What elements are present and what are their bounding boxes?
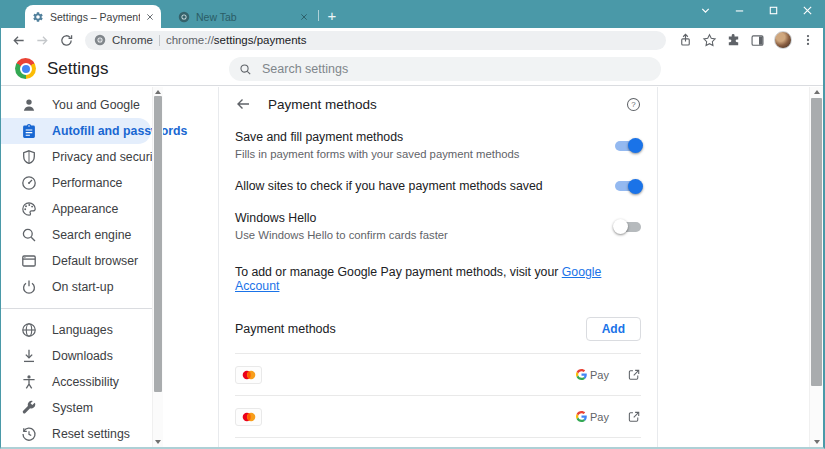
toggle-switch[interactable]	[615, 141, 641, 151]
shield-icon	[21, 149, 37, 165]
browser-toolbar: Chrome chrome://settings/payments	[1, 28, 823, 52]
share-icon[interactable]	[677, 32, 694, 49]
tab-title: New Tab	[196, 11, 294, 23]
google-g-icon	[576, 411, 587, 422]
settings-search[interactable]	[229, 57, 661, 81]
magnifier-icon	[21, 227, 37, 243]
minimize-button[interactable]	[732, 3, 747, 18]
toggle-knob	[628, 138, 643, 153]
assignment-icon	[21, 123, 37, 139]
google-g-icon	[576, 369, 587, 380]
toggle-settings-list: Save and fill payment methods Fills in p…	[219, 121, 657, 251]
toggle-knob	[613, 219, 628, 234]
setting-row: Windows Hello Use Windows Hello to confi…	[219, 202, 657, 251]
back-arrow-icon[interactable]	[235, 96, 251, 112]
sidebar-item[interactable]: On start-up	[1, 274, 151, 300]
side-panel-icon[interactable]	[749, 32, 766, 49]
power-icon	[21, 279, 37, 295]
page-title: Payment methods	[268, 97, 377, 112]
maximize-button[interactable]	[766, 3, 781, 18]
palette-icon	[21, 201, 37, 217]
close-tab-icon[interactable]	[146, 13, 154, 21]
settings-header: Settings	[1, 52, 823, 86]
titlebar: Settings – Payment methods New Tab +	[1, 0, 823, 28]
scroll-up-icon[interactable]	[814, 90, 820, 94]
gpay-badge: Pay	[576, 369, 609, 381]
payment-methods-card: Payment methods ? Save and fill payment …	[218, 87, 658, 449]
tab-new-tab[interactable]: New Tab	[171, 5, 315, 28]
back-icon[interactable]	[8, 32, 29, 49]
chrome-logo-icon	[15, 58, 36, 79]
sidebar-item[interactable]: Search engine	[1, 222, 151, 248]
payment-method-row: Pay	[235, 437, 641, 449]
sidebar-item[interactable]: Privacy and security	[1, 144, 151, 170]
gpay-badge: Pay	[576, 411, 609, 423]
omnibox-separator	[159, 35, 160, 46]
mastercard-icon	[235, 408, 262, 426]
new-tab-button[interactable]: +	[323, 7, 341, 25]
forward-icon[interactable]	[32, 32, 53, 49]
section-title: Payment methods	[235, 322, 586, 336]
scroll-up-icon[interactable]	[155, 90, 161, 94]
sidebar-item[interactable]: Autofill and passwords	[1, 118, 151, 144]
sidebar-item[interactable]: Downloads	[1, 343, 151, 369]
payment-method-row: Pay	[235, 353, 641, 395]
reload-icon[interactable]	[56, 32, 77, 49]
setting-row: Allow sites to check if you have payment…	[219, 170, 657, 202]
person-icon	[21, 97, 37, 113]
subpage-header: Payment methods ?	[219, 87, 657, 121]
close-tab-icon[interactable]	[300, 13, 308, 21]
sidebar-item[interactable]: You and Google	[1, 92, 151, 118]
accessibility-icon	[21, 374, 37, 390]
gear-icon	[32, 11, 44, 23]
scrollbar-thumb[interactable]	[154, 96, 162, 392]
settings-title: Settings	[47, 59, 108, 79]
scroll-down-icon[interactable]	[155, 440, 161, 444]
chrome-icon	[178, 11, 190, 23]
wrench-icon	[21, 400, 37, 416]
address-bar[interactable]: Chrome chrome://settings/payments	[85, 31, 666, 50]
sidebar-item[interactable]: System	[1, 395, 151, 421]
sidebar-item[interactable]: Accessibility	[1, 369, 151, 395]
globe-icon	[21, 322, 37, 338]
help-icon[interactable]: ?	[626, 97, 641, 112]
settings-body: You and Google Autofill and passwords Pr…	[1, 87, 823, 447]
sidebar-item[interactable]: Appearance	[1, 196, 151, 222]
page-scrollbar[interactable]	[809, 87, 823, 447]
scrollbar-thumb[interactable]	[811, 98, 822, 386]
bookmark-star-icon[interactable]	[701, 32, 718, 49]
toggle-knob	[628, 179, 643, 194]
close-window-button[interactable]	[800, 3, 815, 18]
browser-window: Settings – Payment methods New Tab +	[0, 0, 825, 449]
tab-title: Settings – Payment methods	[50, 11, 140, 23]
chevron-down-icon[interactable]	[698, 3, 713, 18]
toggle-switch[interactable]	[615, 181, 641, 191]
open-external-icon[interactable]	[627, 368, 641, 382]
search-icon	[239, 63, 252, 76]
speedometer-icon	[21, 175, 37, 191]
tab-divider	[318, 10, 319, 21]
sidebar-scrollbar[interactable]	[152, 87, 163, 447]
url-text: chrome://settings/payments	[166, 34, 307, 46]
toggle-switch[interactable]	[615, 222, 641, 232]
browser-icon	[21, 253, 37, 269]
add-button[interactable]: Add	[586, 317, 641, 341]
settings-sidebar: You and Google Autofill and passwords Pr…	[1, 92, 151, 447]
kebab-menu-icon[interactable]	[800, 32, 816, 48]
sidebar-item[interactable]: Reset settings	[1, 421, 151, 447]
payment-method-row: Pay	[235, 395, 641, 437]
tab-settings[interactable]: Settings – Payment methods	[25, 5, 161, 28]
search-input[interactable]	[260, 61, 651, 77]
scroll-down-icon[interactable]	[814, 440, 820, 444]
restore-icon	[21, 426, 37, 442]
extensions-puzzle-icon[interactable]	[725, 32, 742, 49]
sidebar-item[interactable]: Default browser	[1, 248, 151, 274]
open-external-icon[interactable]	[627, 410, 641, 424]
site-chip: Chrome	[112, 34, 153, 46]
sidebar-item[interactable]: Languages	[1, 317, 151, 343]
avatar[interactable]	[773, 30, 793, 50]
mastercard-icon	[235, 366, 262, 384]
setting-row: Save and fill payment methods Fills in p…	[219, 121, 657, 170]
window-controls	[698, 3, 815, 18]
sidebar-item[interactable]: Performance	[1, 170, 151, 196]
